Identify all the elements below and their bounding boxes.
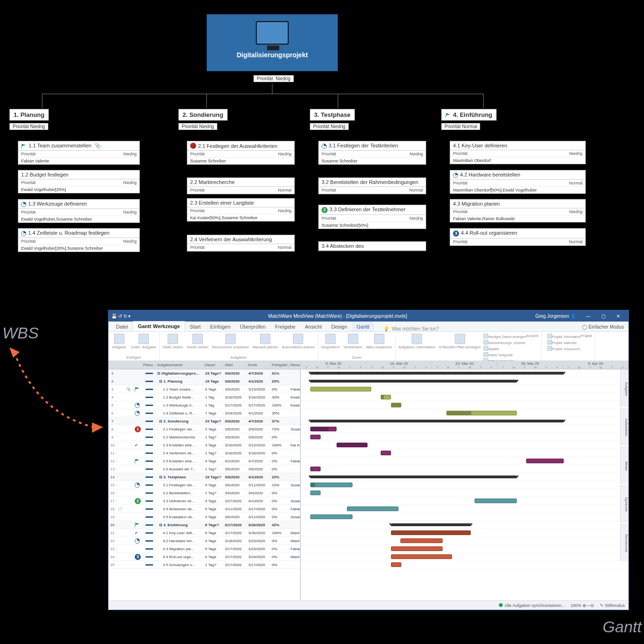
ribbon-btn[interactable]: Aufgabe bbox=[111, 334, 127, 349]
table-row[interactable]: 51.3 Werkzeuge d...1 Tag3/17/20203/17/20… bbox=[108, 401, 300, 409]
side-tab-recherche[interactable]: Recherche bbox=[620, 523, 629, 561]
tab-einfügen[interactable]: Einfügen bbox=[206, 322, 235, 331]
ribbon-btn-small[interactable]: Projekt- kalender bbox=[547, 340, 581, 345]
table-row[interactable]: 163.2 Bereitstellen...1 Tag?3/6/20203/6/… bbox=[108, 489, 300, 497]
gantt-bar[interactable] bbox=[310, 427, 337, 431]
ribbon-btn[interactable]: Tiefer stufen bbox=[162, 334, 183, 349]
tab-überprüfen[interactable]: Überprüfen bbox=[235, 322, 270, 331]
ribbon-btn[interactable]: Manuell planen bbox=[253, 334, 278, 349]
gantt-bar[interactable] bbox=[391, 554, 452, 559]
gantt-bar[interactable] bbox=[526, 459, 564, 463]
tab-freigabe[interactable]: Freigabe bbox=[270, 322, 300, 331]
table-row[interactable]: 92.2 Marktrecherche1 Tag?3/6/20203/6/202… bbox=[108, 433, 300, 441]
table-row[interactable]: 224.2 Hardware ber...4 Tage3/18/20203/23… bbox=[108, 537, 300, 545]
side-tab-bilder[interactable]: Bilder bbox=[620, 446, 629, 484]
table-row[interactable]: 234.3 Migration pla...5 Tage3/17/20203/2… bbox=[108, 545, 300, 553]
gantt-bar[interactable] bbox=[310, 435, 321, 439]
ribbon-btn-small[interactable]: Kleine Textgröße bbox=[483, 352, 526, 358]
gantt-bar[interactable] bbox=[310, 467, 321, 471]
table-row[interactable]: 1⊟ Digitalisierungspro...23 Tage?3/6/202… bbox=[108, 369, 300, 377]
ribbon-btn-small[interactable]: Heutiges Datum anzeigen bbox=[483, 334, 526, 339]
gantt-bar[interactable] bbox=[310, 483, 353, 487]
gantt-bar[interactable] bbox=[381, 395, 391, 399]
table-row[interactable]: 20⊟ 4. Einführung8 Tage?3/17/20203/26/20… bbox=[108, 521, 300, 529]
table-row[interactable]: 41.2 Budget festle...1 Tag3/16/20203/16/… bbox=[108, 393, 300, 401]
wbs-node[interactable]: 12.1 Festlegen der AuswahlkriterienPrior… bbox=[187, 141, 295, 165]
ribbon-btn-small[interactable]: Projekt- ressourcen bbox=[547, 346, 581, 352]
wbs-node[interactable]: 1.3 Werkzeuge definierenPrioritätNiedrig… bbox=[18, 199, 140, 223]
table-row[interactable]: 2434.4 Roll-out orga...6 Tage3/17/20203/… bbox=[108, 553, 300, 561]
zoom-level[interactable]: 100% ⊕—⊖ bbox=[570, 603, 594, 608]
wbs-node[interactable]: 3.2 Bereitstellen der RahmenbedingungenP… bbox=[318, 177, 426, 194]
maximize-button[interactable]: ▢ bbox=[596, 314, 611, 319]
quick-access[interactable]: 💾 ↺ ↻ ▾ bbox=[111, 314, 130, 319]
stift-mode[interactable]: ✎ Stiftmodus bbox=[600, 603, 625, 608]
table-row[interactable]: 1723.3 Definieren de...4 Tage3/27/20204/… bbox=[108, 497, 300, 505]
gantt-bar[interactable] bbox=[310, 372, 564, 375]
wbs-node[interactable]: 23.3 Definieren der TestteilnehmerPriori… bbox=[318, 205, 426, 229]
table-row[interactable]: 7⊟ 2. Sondierung23 Tage?3/6/20204/7/2020… bbox=[108, 417, 300, 425]
table-row[interactable]: 10✔2.3 Erstellen eine...3 Tage3/10/20203… bbox=[108, 441, 300, 449]
table-row[interactable]: 112.4 Verfeinern de...1 Tag?3/16/20203/1… bbox=[108, 449, 300, 457]
wbs-node[interactable]: 3.4 Abstecken des bbox=[318, 241, 426, 251]
table-row[interactable]: 193.5 Evaluation de...4 Tage3/6/20203/11… bbox=[108, 513, 300, 521]
table-row[interactable]: 14⊟ 3. Testphase19 Tage?3/6/20204/1/2020… bbox=[108, 473, 300, 481]
table-row[interactable]: 122.5 Erstellen eine...4 Tage4/2/20204/7… bbox=[108, 457, 300, 465]
tab-start[interactable]: Start bbox=[185, 322, 205, 331]
gantt-bar[interactable] bbox=[310, 380, 517, 383]
tab-ansicht[interactable]: Ansicht bbox=[300, 322, 326, 331]
side-tab-aufgabe[interactable]: Aufgabe bbox=[620, 369, 629, 407]
ribbon-btn[interactable]: Ressourcen zuweisen bbox=[212, 334, 249, 349]
close-button[interactable]: ✕ bbox=[611, 314, 626, 319]
wbs-node[interactable]: 4.1 Key-User definierenPrioritätNiedrigM… bbox=[450, 141, 586, 164]
wbs-node[interactable]: 4.2 Hardware bereitstellenPrioritätNorma… bbox=[450, 170, 586, 194]
side-tab-kalkulation[interactable]: kalkulation bbox=[620, 408, 629, 445]
table-row[interactable]: 132.6 Auswahl der T...1 Tag?3/6/20203/6/… bbox=[108, 465, 300, 473]
table-row[interactable]: 2⊟ 1. Planung19 Tage3/6/20204/1/202025% bbox=[108, 377, 300, 385]
branch-1[interactable]: 1. Planung bbox=[9, 109, 49, 121]
gantt-bar[interactable] bbox=[446, 411, 517, 415]
wbs-node[interactable]: 3.1 Festlegen der TestkriterienPriorität… bbox=[318, 141, 426, 165]
gantt-chart[interactable]: 9. Mar 20TMTWTF16. Mar 20TMTWTF23. Mar 2… bbox=[301, 361, 629, 600]
minimize-button[interactable]: — bbox=[581, 314, 596, 319]
wbs-node[interactable]: 2.4 Verfeinern der AuswahlkriterungPrior… bbox=[187, 235, 295, 252]
tab-datei[interactable]: Datei bbox=[111, 322, 133, 331]
gantt-bar[interactable] bbox=[310, 387, 371, 391]
gantt-bar[interactable] bbox=[310, 491, 321, 495]
wbs-node[interactable]: 1.4 Zeitleiste u. Roadmap festlegenPrior… bbox=[18, 228, 140, 252]
ribbon-btn[interactable]: Unter- Aufgabe bbox=[131, 334, 156, 349]
gantt-bar[interactable] bbox=[391, 523, 471, 526]
gantt-bar[interactable] bbox=[310, 475, 517, 478]
ribbon-btn[interactable]: Vergrößern bbox=[321, 334, 340, 349]
table-row[interactable]: 18📄3.4 Abstecken de...5 Tage3/11/20203/1… bbox=[108, 505, 300, 513]
gantt-bar[interactable] bbox=[391, 562, 401, 567]
tell-me[interactable]: 💡Was möchten Sie tun? bbox=[374, 326, 577, 331]
table-row[interactable]: 3📎1.1 Team zusam...6 Tage3/6/20203/13/20… bbox=[108, 385, 300, 393]
gantt-bar[interactable] bbox=[391, 403, 401, 407]
table-row[interactable]: 812.1 Festlegen der...2 Tage3/6/20203/9/… bbox=[108, 425, 300, 433]
wbs-node[interactable]: 1.2 Budget festlegenPrioritätNiedrigEwal… bbox=[18, 170, 140, 193]
gantt-bar[interactable] bbox=[337, 443, 368, 447]
ribbon-btn-small[interactable]: Spalten bbox=[483, 346, 526, 352]
ribbon-btn[interactable]: Kritischen Pfad anzeigen bbox=[439, 334, 481, 360]
gantt-bar[interactable] bbox=[475, 498, 517, 503]
tab-gantt-context[interactable]: Gantt bbox=[352, 322, 374, 331]
tab-design[interactable]: Design bbox=[327, 322, 352, 331]
table-row[interactable]: 254.5 Schulungen o...1 Tag?3/17/20203/17… bbox=[108, 561, 300, 569]
gantt-bar[interactable] bbox=[381, 451, 391, 455]
ribbon-btn[interactable]: Aufgaben- information bbox=[399, 334, 436, 360]
task-grid[interactable]: Planu..AufgabennameDauerStartEndeFertigs… bbox=[108, 361, 301, 600]
branch-4[interactable]: 4. Einführung bbox=[441, 109, 497, 121]
wbs-node[interactable]: 1.1 Team zusammenstellen📎PrioritätNiedri… bbox=[18, 141, 140, 165]
user-badge[interactable]: Greg Jorgenson 👤 bbox=[536, 314, 576, 319]
gantt-bar[interactable] bbox=[310, 514, 353, 519]
wbs-node[interactable]: 2.3 Erstellen einer LanglistePrioritätNi… bbox=[187, 198, 295, 222]
window-controls[interactable]: — ▢ ✕ bbox=[581, 314, 626, 319]
wbs-node[interactable]: 4.3 Migration planenPrioritätNiedrigFabi… bbox=[450, 199, 586, 222]
table-row[interactable]: 21✔4.1 Key-User defi...8 Tage3/17/20203/… bbox=[108, 529, 300, 537]
wbs-node[interactable]: 34.4 Roll-out organisierenPrioritätNorma… bbox=[450, 228, 586, 246]
ribbon-btn-small[interactable]: Nummerierungs- schema bbox=[483, 340, 526, 345]
simple-mode-toggle[interactable]: ◯ Einfacher Modus bbox=[577, 322, 629, 331]
ribbon-btn[interactable]: Verkleinern bbox=[344, 334, 362, 349]
gantt-bar[interactable] bbox=[400, 538, 443, 543]
